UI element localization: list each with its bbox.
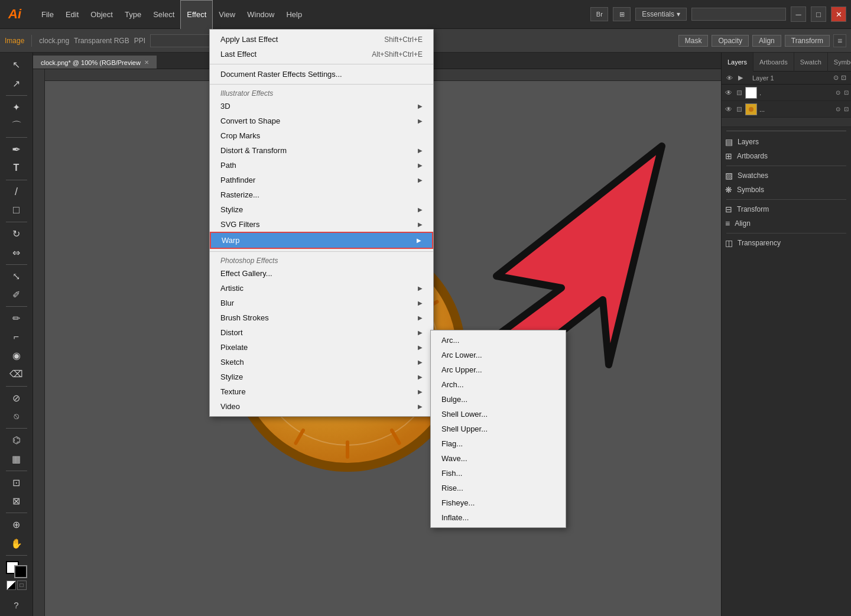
doc-tab-clock[interactable]: clock.png* @ 100% (RGB/Preview ✕ — [33, 56, 157, 69]
panel-item-swatches[interactable]: ▨ Swatches — [722, 168, 851, 183]
tool-zoom[interactable]: ⊕ — [5, 516, 28, 533]
menu-window[interactable]: Window — [241, 0, 280, 29]
warp-flag-item[interactable]: Flag... — [431, 436, 566, 451]
tool-artboard[interactable]: ⊡ — [5, 474, 28, 491]
effect-3d-item[interactable]: 3D — [210, 99, 433, 114]
warp-shell-upper-item[interactable]: Shell Upper... — [431, 422, 566, 436]
essentials-button[interactable]: Essentials ▾ — [635, 8, 687, 21]
align-button[interactable]: Align — [752, 35, 781, 47]
panel-item-transform[interactable]: ⊟ Transform — [722, 202, 851, 216]
bridge-button[interactable]: Br — [590, 7, 608, 21]
menu-effect[interactable]: Effect — [180, 0, 213, 29]
panel-item-symbols[interactable]: ❋ Symbols — [722, 183, 851, 197]
image-label[interactable]: Image — [5, 37, 24, 45]
layer-row-2[interactable]: 👁 ... ⊙ ⊡ — [722, 101, 851, 118]
tool-symbol-sprayer[interactable]: ⌬ — [5, 432, 28, 449]
effect-convert-shape-item[interactable]: Convert to Shape — [210, 114, 433, 128]
warp-rise-item[interactable]: Rise... — [431, 481, 566, 495]
effect-rasterize-item[interactable]: Rasterize... — [210, 187, 433, 202]
close-button[interactable]: ✕ — [831, 7, 846, 22]
effect-warp-item[interactable]: Warp — [210, 232, 433, 249]
effect-pathfinder-item[interactable]: Pathfinder — [210, 173, 433, 187]
tool-eyedropper[interactable]: ⊘ — [5, 389, 28, 406]
tab-swatch[interactable]: Swatch — [794, 53, 828, 72]
menu-type[interactable]: Type — [119, 0, 147, 29]
warp-arc-item[interactable]: Arc... — [431, 333, 566, 348]
layer-visibility-1[interactable]: 👁 — [724, 88, 733, 98]
layers-resize-bar[interactable] — [722, 118, 851, 127]
warp-arc-lower-item[interactable]: Arc Lower... — [431, 348, 566, 362]
effect-brush-item[interactable]: Brush Strokes — [210, 310, 433, 325]
layer-lock-2[interactable] — [737, 107, 742, 112]
panel-item-artboards[interactable]: ⊞ Artboards — [722, 149, 851, 163]
layer-visibility-2[interactable]: 👁 — [724, 105, 733, 114]
tool-pen[interactable]: ✒ — [5, 141, 28, 158]
layer-lock-1[interactable] — [737, 90, 742, 95]
panel-toggle[interactable]: ≡ — [833, 34, 846, 47]
layer-row-1[interactable]: 👁 . ⊙ ⊡ — [722, 85, 851, 101]
tool-eraser[interactable]: ⌫ — [5, 365, 28, 382]
effect-sketch-item[interactable]: Sketch — [210, 355, 433, 369]
last-effect-item[interactable]: Last Effect Alt+Shift+Ctrl+E — [210, 47, 433, 61]
tool-direct-selection[interactable]: ↗ — [5, 74, 28, 92]
tool-slice[interactable]: ⊠ — [5, 492, 28, 510]
apply-last-effect-item[interactable]: Apply Last Effect Shift+Ctrl+E — [210, 32, 433, 47]
tab-layers[interactable]: Layers — [722, 53, 753, 72]
effect-distort2-item[interactable]: Distort — [210, 325, 433, 340]
question-tool[interactable]: ? — [5, 595, 28, 616]
effect-distort-item[interactable]: Distort & Transform — [210, 143, 433, 158]
minimize-button[interactable]: ─ — [791, 7, 806, 22]
effect-svg-item[interactable]: SVG Filters — [210, 217, 433, 232]
tool-rotate[interactable]: ↻ — [5, 225, 28, 242]
effect-stylize-item[interactable]: Stylize — [210, 202, 433, 217]
effect-artistic-item[interactable]: Artistic — [210, 281, 433, 296]
workspace-grid-button[interactable]: ⊞ — [613, 7, 631, 21]
warp-fish-item[interactable]: Fish... — [431, 466, 566, 481]
menu-file[interactable]: File — [35, 0, 60, 29]
menu-select[interactable]: Select — [147, 0, 180, 29]
warp-arc-upper-item[interactable]: Arc Upper... — [431, 362, 566, 377]
restore-button[interactable]: □ — [811, 7, 826, 22]
tool-scale[interactable]: ⤡ — [5, 268, 28, 285]
warp-bulge-item[interactable]: Bulge... — [431, 392, 566, 407]
effect-pixelate-item[interactable]: Pixelate — [210, 340, 433, 355]
tab-artboards[interactable]: Artboards — [753, 53, 794, 72]
tool-graph[interactable]: ▦ — [5, 450, 28, 467]
tool-magic-wand[interactable]: ✦ — [5, 99, 28, 116]
effect-crop-marks-item[interactable]: Crop Marks — [210, 128, 433, 143]
panel-item-layers[interactable]: ▤ Layers — [722, 135, 851, 149]
tab-symbol[interactable]: Symbol — [828, 53, 851, 72]
effect-path-item[interactable]: Path — [210, 158, 433, 173]
default-colors-button[interactable] — [7, 581, 16, 590]
tool-paintbrush[interactable]: ⌐ — [5, 329, 28, 346]
effect-texture-item[interactable]: Texture — [210, 384, 433, 399]
opacity-button[interactable]: Opacity — [712, 35, 749, 47]
warp-fisheye-item[interactable]: Fisheye... — [431, 495, 566, 510]
warp-wave-item[interactable]: Wave... — [431, 451, 566, 466]
tool-rectangle[interactable]: □ — [5, 202, 28, 219]
effect-stylize2-item[interactable]: Stylize — [210, 369, 433, 384]
panel-item-align[interactable]: ≡ Align — [722, 216, 851, 231]
effect-blur-item[interactable]: Blur — [210, 296, 433, 310]
tool-type[interactable]: T — [5, 159, 28, 176]
menu-object[interactable]: Object — [85, 0, 119, 29]
none-color-button[interactable]: □ — [17, 581, 27, 590]
stroke-color[interactable] — [14, 565, 27, 578]
fill-stroke-colors[interactable] — [5, 561, 28, 578]
search-input[interactable] — [691, 8, 786, 21]
tool-hand[interactable]: ✋ — [5, 534, 28, 552]
tool-line[interactable]: / — [5, 183, 28, 200]
tool-blob-brush[interactable]: ◉ — [5, 347, 28, 364]
tool-lasso[interactable]: ⌒ — [5, 117, 28, 134]
tool-selection[interactable]: ↖ — [5, 56, 28, 73]
menu-help[interactable]: Help — [280, 0, 308, 29]
warp-arch-item[interactable]: Arch... — [431, 377, 566, 392]
warp-inflate-item[interactable]: Inflate... — [431, 510, 566, 525]
effect-video-item[interactable]: Video — [210, 399, 433, 414]
transform-button[interactable]: Transform — [785, 35, 830, 47]
tool-blend[interactable]: ⍉ — [5, 408, 28, 425]
effect-gallery-item[interactable]: Effect Gallery... — [210, 266, 433, 281]
tool-reflect[interactable]: ⇔ — [5, 244, 28, 261]
document-raster-item[interactable]: Document Raster Effects Settings... — [210, 67, 433, 82]
tool-shaper[interactable]: ✐ — [5, 286, 28, 303]
